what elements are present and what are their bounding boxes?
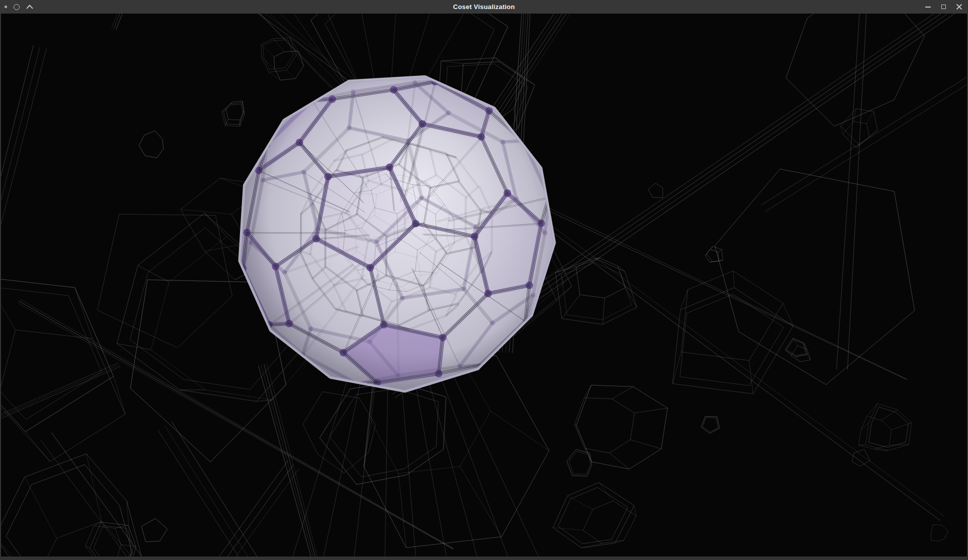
window-left-border [0,14,1,556]
app-window: Coset Visualization [0,0,968,560]
viewport [1,14,967,556]
minimize-button[interactable] [924,4,931,11]
window-controls [924,0,962,14]
maximize-icon [941,5,946,9]
circle-icon[interactable] [14,4,20,10]
window-title: Coset Visualization [0,0,968,14]
titlebar-left-icons [5,0,33,14]
viewport-canvas[interactable] [1,14,967,556]
chevron-up-icon[interactable] [26,5,33,9]
window-bottom-border [0,556,968,560]
workspace-dot-icon[interactable] [5,6,7,8]
maximize-button[interactable] [940,4,947,11]
minimize-icon [925,7,931,8]
close-button[interactable] [955,4,962,11]
titlebar[interactable]: Coset Visualization [0,0,968,14]
close-icon [956,4,962,10]
